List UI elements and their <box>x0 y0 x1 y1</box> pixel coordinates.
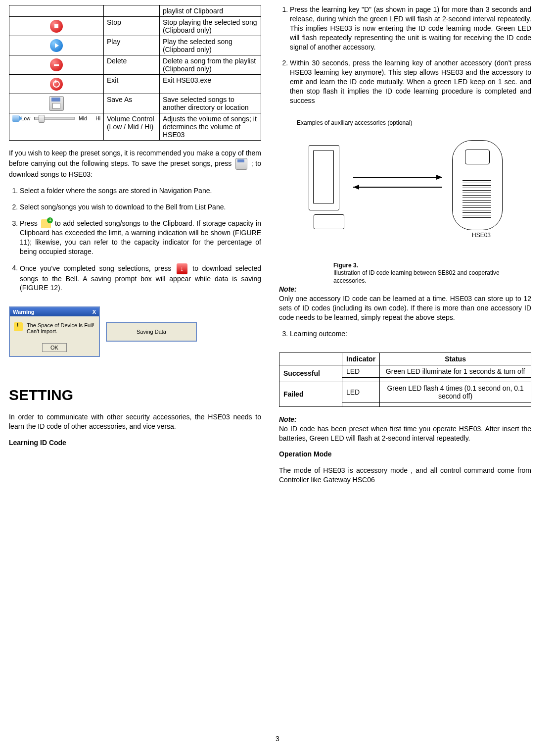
operation-mode-header: Operation Mode <box>279 450 531 459</box>
cell-success-led: LED <box>342 365 380 377</box>
learn-step-3: Learning outcome: <box>290 329 531 339</box>
page-number: 3 <box>0 735 555 743</box>
step-2: Select song/songs you wish to download t… <box>20 202 261 212</box>
cell-success-status: Green LED illuminate for 1 seconds & tur… <box>380 365 531 377</box>
step3-a: Press <box>20 219 40 227</box>
note-2-text: No ID code has been preset when first ti… <box>279 425 531 442</box>
step-4: Once you've completed song selections, p… <box>20 263 261 293</box>
figure-3-title: Figure 3. <box>333 262 358 269</box>
delete-desc: Delete a song from the playlist (Clipboa… <box>159 55 261 75</box>
learning-steps-cont: Learning outcome: <box>279 329 531 346</box>
step-3: Press to add selected song/songs to the … <box>20 219 261 256</box>
saving-dialog: Saving Data <box>106 322 197 342</box>
warning-dialog: Warning X The Space of Device is Full! C… <box>9 306 100 357</box>
examples-label: Examples of auxiliary accessories (optio… <box>297 119 531 127</box>
device-hse03-label: HSE03 <box>472 232 491 239</box>
note-label-2: Note: <box>279 415 297 423</box>
dialog-figures: Warning X The Space of Device is Full! C… <box>9 306 261 357</box>
device-accessory-icon <box>309 145 339 210</box>
exit-label: Exit <box>103 75 159 94</box>
warning-text: The Space of Device is Full! Can't impor… <box>27 322 95 334</box>
note-1-text: Only one accessory ID code can be learne… <box>279 295 531 321</box>
inline-save-icon <box>235 158 247 170</box>
device-accessory-base-icon <box>314 214 344 229</box>
warning-ok-button: OK <box>42 343 67 352</box>
delete-label: Delete <box>103 55 159 75</box>
cell-failed-led: LED <box>342 382 380 402</box>
volume-label: Volume Control (Low / Mid / Hi) <box>103 113 159 141</box>
inline-download-icon: ↓ <box>177 263 187 274</box>
th-indicator: Indicator <box>342 353 380 365</box>
setting-intro: In order to communicate with other secur… <box>9 412 261 431</box>
stop-icon <box>12 18 100 34</box>
learn-step-1: Press the learning key "D" (as shown in … <box>290 5 531 51</box>
learn-step-2: Within 30 seconds, press the learning ke… <box>290 58 531 105</box>
step3-b: to add selected song/songs to the Clipbo… <box>20 219 261 255</box>
save-desc: Save selected songs to another directory… <box>159 94 261 113</box>
svg-marker-1 <box>436 175 442 180</box>
warning-icon <box>14 322 23 331</box>
para1-text-a: If you wish to keep the preset songs, it… <box>9 149 261 167</box>
exit-desc: Exit HSE03.exe <box>159 75 261 94</box>
warning-dialog-title: Warning <box>13 309 35 315</box>
learning-id-header: Learning ID Code <box>9 438 261 448</box>
saving-text: Saving Data <box>107 323 196 341</box>
row-failed: Failed <box>279 382 342 406</box>
note-label-1: Note: <box>279 285 297 293</box>
figure-3: HSE03 <box>279 130 531 259</box>
learning-steps: Press the learning key "D" (as shown in … <box>279 5 531 112</box>
volume-desc: Adjusts the volume of songs; it determin… <box>159 113 261 141</box>
play-label: Play <box>103 36 159 55</box>
learning-arrows-icon <box>348 170 447 195</box>
inline-add-icon <box>41 219 51 228</box>
step4-a: Once you've completed song selections, p… <box>20 264 175 272</box>
delete-icon <box>12 57 100 73</box>
play-desc: Play the selected song (Clipboard only) <box>159 36 261 55</box>
save-icon <box>12 96 100 111</box>
play-icon <box>12 38 100 53</box>
row-successful: Successful <box>279 365 342 382</box>
warning-dialog-close: X <box>92 309 96 315</box>
slider-mid: Mid <box>79 116 87 121</box>
save-preset-paragraph: If you wish to keep the preset songs, it… <box>9 149 261 179</box>
operation-mode-text: The mode of HSE03 is accessory mode , an… <box>279 466 531 485</box>
svg-marker-3 <box>353 185 359 190</box>
cell-failed-status: Green LED flash 4 times (0.1 second on, … <box>380 382 531 402</box>
figure-3-caption: Figure 3. Illustration of ID code learni… <box>333 262 531 285</box>
figure-3-desc: Illustration of ID code learning between… <box>333 269 500 284</box>
function-table: playlist of Clipboard Stop Stop playing … <box>9 5 261 141</box>
slider-hi: Hi <box>95 116 100 121</box>
th-status: Status <box>380 353 531 365</box>
device-hse03-icon <box>452 140 503 230</box>
stop-desc: Stop playing the selected song (Clipboar… <box>159 17 261 36</box>
exit-icon <box>12 76 100 92</box>
note-1: Note: Only one accessory ID code can be … <box>279 285 531 322</box>
note-2: Note: No ID code has been preset when fi… <box>279 415 531 443</box>
stop-label: Stop <box>103 17 159 36</box>
save-label: Save As <box>103 94 159 113</box>
row-playlist-desc: playlist of Clipboard <box>159 5 261 17</box>
step-1: Select a folder where the songs are stor… <box>20 186 261 196</box>
setting-heading: SETTING <box>9 387 261 403</box>
outcome-table: Indicator Status Successful LED Green LE… <box>279 353 531 407</box>
volume-slider-icon: Low Mid Hi <box>12 115 100 122</box>
slider-low: Low <box>21 116 30 121</box>
download-steps: Select a folder where the songs are stor… <box>9 186 261 300</box>
